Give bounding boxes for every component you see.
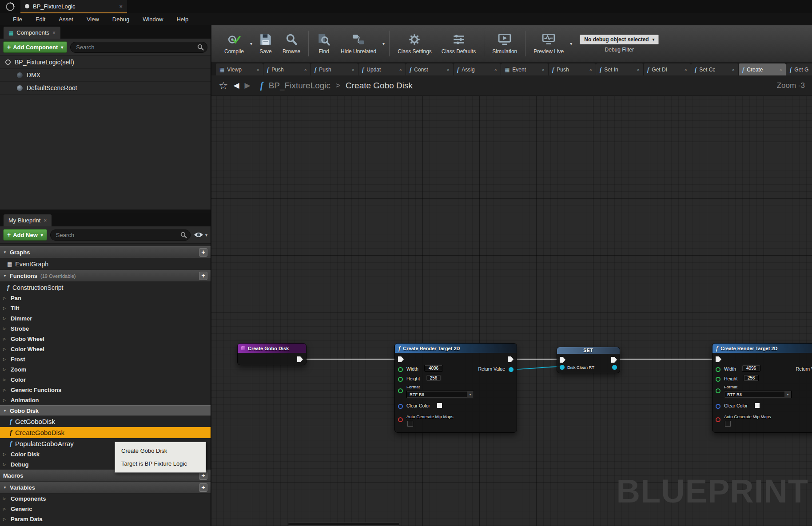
width-pin[interactable] <box>716 367 720 372</box>
category-components[interactable]: ▷ Components <box>0 494 211 504</box>
exec-out-pin[interactable] <box>297 356 303 362</box>
mipmaps-pin[interactable] <box>398 417 403 422</box>
chevron-down-icon[interactable]: ▾ <box>381 41 386 46</box>
section-header-graphs[interactable]: ▼ Graphs + <box>0 246 211 258</box>
graph-tab-get-di[interactable]: f Get DI × <box>644 63 691 75</box>
collapse-arrow-icon[interactable]: ▷ <box>3 398 8 402</box>
menu-debug[interactable]: Debug <box>106 14 136 24</box>
exec-in-pin[interactable] <box>398 356 404 362</box>
add-function-icon[interactable]: + <box>199 272 207 280</box>
graph-tab-push-1[interactable]: f Push × <box>263 63 310 75</box>
menu-window[interactable]: Window <box>136 14 170 24</box>
category-frost[interactable]: ▷ Frost <box>0 354 211 364</box>
collapse-arrow-icon[interactable]: ▷ <box>3 452 8 456</box>
collapse-arrow-icon[interactable]: ▷ <box>3 517 8 521</box>
node-create-render-target-2d-2[interactable]: f Create Render Target 2D Width 4096 Ret… <box>712 343 812 433</box>
collapse-arrow-icon[interactable]: ▷ <box>3 357 8 361</box>
collapse-arrow-icon[interactable]: ▷ <box>3 378 8 382</box>
node-header[interactable]: SET <box>557 347 620 354</box>
collapse-arrow-icon[interactable]: ▷ <box>3 507 8 511</box>
tab-my-blueprint[interactable]: My Blueprint × <box>4 214 52 226</box>
breadcrumb-root[interactable]: BP_FixtureLogic <box>269 81 330 91</box>
bookmark-star-icon[interactable]: ☆ <box>219 79 228 92</box>
disk-clean-rt-out-pin[interactable] <box>612 365 617 370</box>
close-icon[interactable]: × <box>52 30 56 36</box>
graph-tab-set-in[interactable]: f Set In × <box>596 63 643 75</box>
mipmaps-checkbox[interactable] <box>407 421 413 427</box>
close-icon[interactable]: × <box>44 218 47 224</box>
exec-in-pin[interactable] <box>560 357 565 363</box>
clear-color-swatch[interactable] <box>754 403 760 408</box>
close-icon[interactable]: × <box>257 67 259 72</box>
function-creategobodisk-selected[interactable]: f CreateGoboDisk <box>0 427 211 438</box>
section-header-variables[interactable]: ▼ Variables + <box>0 482 211 494</box>
clear-color-pin[interactable] <box>716 404 720 409</box>
add-component-button[interactable]: + Add Component ▾ <box>3 41 67 53</box>
category-tilt[interactable]: ▷ Tilt <box>0 303 211 313</box>
hide-unrelated-button[interactable]: Hide Unrelated <box>336 30 381 57</box>
width-pin[interactable] <box>398 367 403 372</box>
visibility-filter-button[interactable]: ▾ <box>194 232 207 238</box>
height-input[interactable]: 256 <box>744 375 759 381</box>
close-icon[interactable]: × <box>304 67 307 72</box>
collapse-arrow-icon[interactable]: ▷ <box>3 368 8 372</box>
collapse-arrow-icon[interactable]: ▷ <box>3 327 8 331</box>
clear-color-pin[interactable] <box>398 404 403 409</box>
graph-tab-viewport[interactable]: ▦ Viewp × <box>216 63 263 75</box>
width-input[interactable]: 4096 <box>424 365 443 372</box>
graph-tab-update[interactable]: f Updat × <box>358 63 406 75</box>
height-input[interactable]: 256 <box>426 375 441 381</box>
add-variable-icon[interactable]: + <box>199 483 207 492</box>
disk-clean-rt-in-pin[interactable] <box>560 365 565 370</box>
node-create-gobo-disk-entry[interactable]: Create Gobo Disk <box>237 343 306 365</box>
collapse-arrow-icon[interactable]: ▷ <box>3 306 8 310</box>
height-pin[interactable] <box>398 377 403 382</box>
menu-view[interactable]: View <box>80 14 106 24</box>
close-icon[interactable]: × <box>780 67 782 72</box>
close-icon[interactable]: × <box>447 67 450 72</box>
my-blueprint-search-input[interactable] <box>50 229 191 241</box>
simulation-button[interactable]: Simulation <box>487 30 522 57</box>
list-item-constructionscript[interactable]: f ConstructionScript <box>0 282 211 293</box>
collapse-arrow-icon[interactable]: ▷ <box>3 347 8 351</box>
nav-back-icon[interactable]: ◀ <box>234 81 239 90</box>
height-pin[interactable] <box>716 377 720 382</box>
class-defaults-button[interactable]: Class Defaults <box>437 30 481 57</box>
menu-help[interactable]: Help <box>170 14 195 24</box>
close-icon[interactable]: × <box>637 67 640 72</box>
category-strobe[interactable]: ▷ Strobe <box>0 324 211 334</box>
collapse-arrow-icon[interactable]: ▷ <box>3 463 8 467</box>
format-pin[interactable] <box>716 388 720 393</box>
close-icon[interactable]: × <box>685 67 687 72</box>
exec-in-pin[interactable] <box>716 356 721 362</box>
close-icon[interactable]: × <box>119 3 123 10</box>
mipmaps-checkbox[interactable] <box>725 421 731 427</box>
close-icon[interactable]: × <box>542 67 545 72</box>
list-item-eventgraph[interactable]: ▦ EventGraph <box>0 258 211 270</box>
nav-forward-icon[interactable]: ▶ <box>245 81 251 90</box>
graph-tab-push-3[interactable]: f Push × <box>549 63 596 75</box>
node-create-render-target-2d[interactable]: f Create Render Target 2D Width 4096 Ret… <box>394 343 517 433</box>
category-dimmer[interactable]: ▷ Dimmer <box>0 313 211 324</box>
expand-arrow-icon[interactable]: ▼ <box>3 409 7 413</box>
component-row-dmx[interactable]: DMX <box>0 69 211 82</box>
graph-tab-get-g[interactable]: f Get G × <box>786 63 812 75</box>
asset-tab-bp-fixturelogic[interactable]: BP_FixtureLogic × <box>20 0 127 13</box>
close-icon[interactable]: × <box>732 67 735 72</box>
graph-tab-create-active[interactable]: f Create × <box>739 63 786 75</box>
component-row-self[interactable]: BP_FixtureLogic(self) <box>0 56 211 69</box>
add-new-button[interactable]: + Add New ▾ <box>3 229 47 241</box>
format-dropdown[interactable]: RTF R8 ▾ <box>724 391 792 398</box>
browse-button[interactable]: Browse <box>278 30 305 57</box>
graph-tab-set-cc[interactable]: f Set Cc × <box>691 63 738 75</box>
collapse-arrow-icon[interactable]: ▷ <box>3 316 8 320</box>
horizontal-scrollbar[interactable] <box>288 522 400 526</box>
graph-tab-construct[interactable]: f Const × <box>406 63 453 75</box>
close-icon[interactable]: × <box>494 67 497 72</box>
save-button[interactable]: Save <box>254 30 278 57</box>
exec-out-pin[interactable] <box>508 356 513 362</box>
category-generic-functions[interactable]: ▷ Generic Functions <box>0 385 211 395</box>
category-param-data[interactable]: ▷ Param Data <box>0 514 211 524</box>
debug-object-dropdown[interactable]: No debug object selected ▾ <box>580 35 659 44</box>
graph-tab-assign[interactable]: f Assig × <box>454 63 501 75</box>
